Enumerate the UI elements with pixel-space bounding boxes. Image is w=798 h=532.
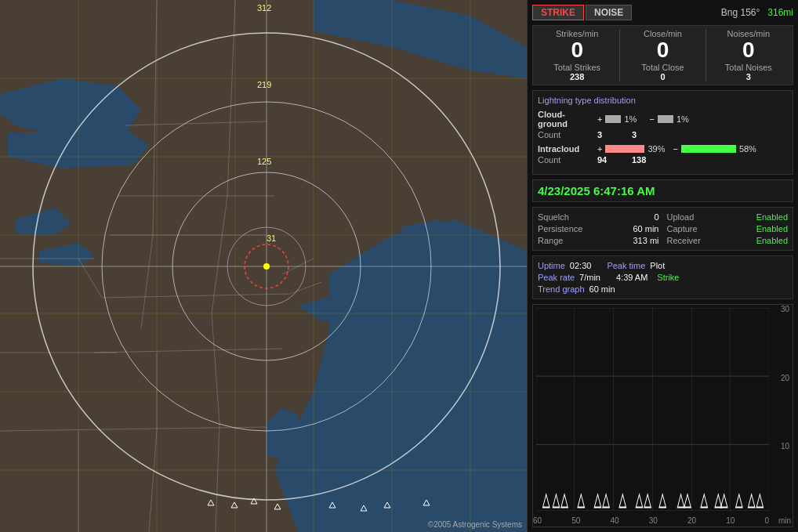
svg-marker-77 xyxy=(578,494,584,507)
strikes-per-min-col: Strikes/min 0 Total Strikes 238 xyxy=(538,29,616,81)
x-label-20: 20 xyxy=(687,516,696,525)
uptime-item: Uptime 02:30 xyxy=(538,261,591,270)
x-label-10: 10 xyxy=(726,516,735,525)
svg-marker-80 xyxy=(619,494,626,507)
noises-per-min-col: Noises/min 0 Total Noises 3 xyxy=(709,29,788,81)
total-noises-value: 3 xyxy=(709,72,788,81)
ic-neg-count: 138 xyxy=(632,155,663,165)
close-per-min-col: Close/min 0 Total Close 0 xyxy=(623,29,702,81)
svg-marker-83 xyxy=(659,494,666,507)
y-label-20: 20 xyxy=(781,374,789,382)
svg-marker-76 xyxy=(561,494,568,507)
svg-marker-88 xyxy=(720,494,727,507)
svg-marker-74 xyxy=(542,494,549,507)
svg-marker-79 xyxy=(603,494,609,507)
strikes-per-min-value: 0 xyxy=(538,38,616,63)
map-area: 312 219 125 31 ©2005 Astrogenic Systems xyxy=(0,0,527,532)
capture-row: Capture Enabled xyxy=(667,224,789,233)
peak-time-val-item: 4:39 AM Strike xyxy=(616,273,679,282)
y-label-30: 30 xyxy=(781,305,789,313)
stat-divider-1 xyxy=(619,29,620,81)
cg-neg-bar xyxy=(658,115,673,123)
svg-marker-78 xyxy=(594,494,600,507)
persistence-row: Persistence 60 min xyxy=(538,224,659,233)
svg-text:312: 312 xyxy=(257,3,271,13)
svg-marker-91 xyxy=(756,494,763,507)
peak-time-value: 4:39 AM xyxy=(616,273,647,282)
receiver-row: Receiver Enabled xyxy=(667,236,789,245)
total-strikes-value: 238 xyxy=(538,72,616,81)
svg-marker-84 xyxy=(677,494,684,507)
y-axis: 30 20 10 xyxy=(769,305,789,511)
bearing-degrees: 156° xyxy=(740,7,760,18)
svg-text:219: 219 xyxy=(257,80,271,89)
graph-area xyxy=(536,308,769,511)
intracloud-label: Intracloud xyxy=(538,144,594,154)
ic-pos-bar xyxy=(605,145,644,153)
persistence-label: Persistence xyxy=(538,224,582,233)
cg-neg-pct: 1% xyxy=(676,114,698,124)
receiver-label: Receiver xyxy=(667,236,701,245)
upload-label: Upload xyxy=(667,212,695,222)
bearing-distance: 316mi xyxy=(767,7,793,18)
peak-rate-label: Peak rate xyxy=(538,273,575,282)
cloud-ground-count-row: Count 3 3 xyxy=(538,130,788,139)
lightning-title: Lightning type distribution xyxy=(538,96,788,105)
x-label-40: 40 xyxy=(610,516,618,525)
bearing-label: Bng xyxy=(721,7,738,18)
cg-pos-count: 3 xyxy=(597,130,629,139)
tab-group: STRIKE NOISE xyxy=(532,5,632,20)
squelch-label: Squelch xyxy=(538,212,569,222)
svg-marker-81 xyxy=(636,494,642,507)
svg-marker-90 xyxy=(748,494,754,507)
perf-section: Uptime 02:30 Peak time Plot Peak rate 7/… xyxy=(532,255,793,299)
total-noises-label: Total Noises xyxy=(709,63,788,72)
datetime-bar: 4/23/2025 6:47:16 AM xyxy=(532,179,793,202)
ic-neg-pct: 58% xyxy=(739,144,761,154)
peak-rate-value: 7/min xyxy=(579,273,600,282)
svg-text:125: 125 xyxy=(257,157,271,166)
perf-row-2: Peak rate 7/min 4:39 AM Strike xyxy=(538,273,788,282)
peak-rate-item: Peak rate 7/min xyxy=(538,273,600,282)
sidebar: STRIKE NOISE Bng 156° 316mi Strikes/min … xyxy=(527,0,798,532)
ic-plus: + xyxy=(597,144,602,154)
tab-noise[interactable]: NOISE xyxy=(586,5,632,20)
svg-marker-85 xyxy=(684,494,691,507)
intracloud-count-row: Count 94 138 xyxy=(538,155,788,165)
svg-marker-86 xyxy=(701,494,707,507)
cloud-ground-row: Cloud-ground + 1% − 1% xyxy=(538,110,788,128)
uptime-label: Uptime xyxy=(538,261,565,270)
cg-plus: + xyxy=(597,114,602,124)
tab-strike[interactable]: STRIKE xyxy=(532,5,584,20)
trend-row: Trend graph 60 min xyxy=(538,284,788,294)
cg-count-label: Count xyxy=(538,130,594,139)
persistence-value: 60 min xyxy=(633,224,658,233)
total-strikes-label: Total Strikes xyxy=(538,63,616,72)
noises-per-min-value: 0 xyxy=(709,38,788,63)
settings-section: Squelch 0 Persistence 60 min Range 313 m… xyxy=(532,207,793,251)
upload-row: Upload Enabled xyxy=(667,212,789,222)
ic-count-label: Count xyxy=(538,155,594,165)
trend-graph-section: 30 20 10 60 50 40 30 20 10 0 min xyxy=(532,304,793,527)
cg-neg-count: 3 xyxy=(632,130,663,139)
x-label-50: 50 xyxy=(571,516,580,525)
receiver-value: Enabled xyxy=(756,236,788,245)
cg-pos-bar xyxy=(605,115,621,123)
range-value: 313 mi xyxy=(633,236,658,245)
x-label-0: 0 xyxy=(764,516,769,525)
cloud-ground-label: Cloud-ground xyxy=(538,110,594,128)
perf-row-1: Uptime 02:30 Peak time Plot xyxy=(538,261,788,270)
peak-time-label: Peak time xyxy=(607,261,645,270)
uptime-value: 02:30 xyxy=(570,261,592,270)
settings-col-left: Squelch 0 Persistence 60 min Range 313 m… xyxy=(538,212,659,245)
ic-neg-bar xyxy=(681,145,736,153)
stat-divider-2 xyxy=(706,29,706,81)
x-axis: 60 50 40 30 20 10 0 xyxy=(533,516,769,525)
squelch-value: 0 xyxy=(654,212,658,222)
trend-value: 60 min xyxy=(589,284,615,294)
top-bar: STRIKE NOISE Bng 156° 316mi xyxy=(532,5,793,20)
intracloud-row: Intracloud + 39% − 58% xyxy=(538,144,788,154)
svg-marker-89 xyxy=(736,494,742,507)
trend-label: Trend graph xyxy=(538,284,585,294)
capture-label: Capture xyxy=(667,224,698,233)
